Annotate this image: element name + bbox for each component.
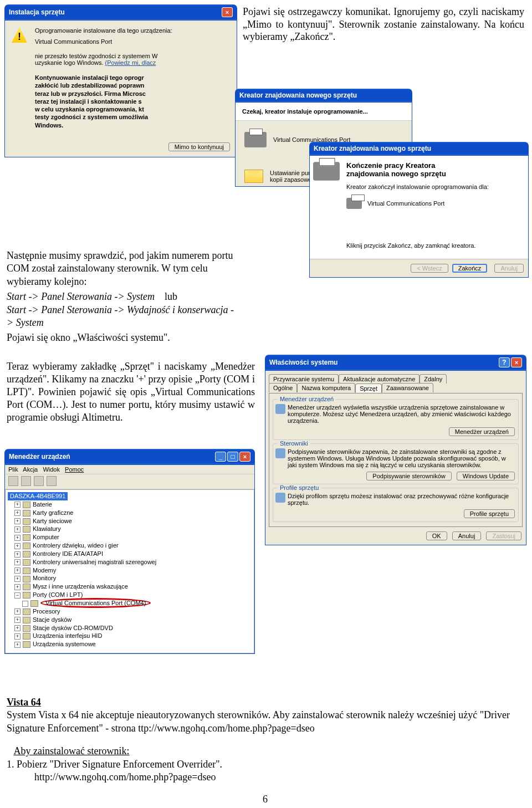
tree-item[interactable]: +Procesory <box>14 607 252 616</box>
expand-icon[interactable]: + <box>14 543 21 549</box>
expand-icon[interactable]: + <box>14 642 21 648</box>
txt: zakłócić lub zdestabilizować poprawn <box>35 81 230 89</box>
tab[interactable]: Nazwa komputera <box>297 383 355 392</box>
install-heading: Oprogramowanie instalowane dla tego urzą… <box>35 27 230 34</box>
expand-icon[interactable]: + <box>14 625 21 631</box>
maximize-icon[interactable]: □ <box>227 452 238 462</box>
device-icon <box>23 641 30 648</box>
expand-icon[interactable]: + <box>14 502 21 508</box>
expand-icon[interactable] <box>22 601 28 607</box>
device-icon <box>23 502 30 508</box>
expand-icon[interactable]: + <box>14 510 21 516</box>
txt: Podpisywanie sterowników zapewnia, że za… <box>288 448 515 468</box>
titlebar: Kreator znajdowania nowego sprzętu <box>235 89 412 102</box>
url: http://www.ngohq.com/home.php?page=dseo <box>7 771 522 784</box>
menu-item[interactable]: Akcja <box>23 466 38 473</box>
expand-icon[interactable]: + <box>14 567 21 574</box>
continue-button[interactable]: Mimo to kontynuuj <box>168 142 230 151</box>
tab[interactable]: Ogólne <box>269 383 297 392</box>
device-icon <box>23 584 30 590</box>
txt: Dzięki profilom sprzętu możesz instalowa… <box>288 493 515 506</box>
expand-icon[interactable]: + <box>14 518 21 524</box>
ok-button[interactable]: OK <box>426 531 447 540</box>
toolbar-icon[interactable] <box>21 476 31 486</box>
expand-icon[interactable]: + <box>14 617 21 623</box>
expand-icon[interactable]: + <box>14 551 21 558</box>
device-manager-button[interactable]: Menedżer urządzeń <box>449 427 515 436</box>
txt: Windows. <box>35 121 230 129</box>
tree-item[interactable]: +Monitory <box>14 574 252 582</box>
tab[interactable]: Zdalny <box>420 374 447 383</box>
cancel-button[interactable]: Anuluj <box>452 531 482 540</box>
txt: testy zgodności z systemem umożliwia <box>35 113 230 121</box>
expand-icon[interactable]: + <box>14 576 21 582</box>
menu-item[interactable]: Plik <box>8 466 18 473</box>
minimize-icon[interactable]: _ <box>215 452 226 462</box>
expand-icon[interactable]: + <box>14 535 21 541</box>
h2: znajdowania nowego sprzętu <box>346 170 523 178</box>
tab[interactable]: Zaawansowane <box>382 383 433 392</box>
tree-item[interactable]: +Karty sieciowe <box>14 517 252 525</box>
group-label: Sterowniki <box>278 440 310 447</box>
tree-item[interactable]: +Stacje dysków <box>14 616 252 624</box>
finish-button[interactable]: Zakończ <box>452 264 488 273</box>
system-properties: Właściwości systemu ? × Przywracanie sys… <box>265 355 526 545</box>
tree-item[interactable]: +Urządzenia systemowe <box>14 640 252 648</box>
tab-hardware[interactable]: Sprzęt <box>355 383 382 393</box>
titlebar: Kreator znajdowania nowego sprzętu <box>309 142 529 155</box>
hardware-profiles-button[interactable]: Profile sprzętu <box>464 509 515 518</box>
toolbar-icon[interactable] <box>8 476 18 486</box>
windows-update-button[interactable]: Windows Update <box>457 472 515 480</box>
tree-item[interactable]: −Porty (COM i LPT) <box>14 591 252 599</box>
expand-icon[interactable]: + <box>14 633 21 640</box>
driver-signing-button[interactable]: Podpisywanie sterowników <box>366 472 451 480</box>
expand-icon[interactable]: + <box>14 526 21 533</box>
tab[interactable]: Aktualizacje automatyczne <box>339 374 420 383</box>
txt: Pojawi się okno „Właściwości systemu". <box>7 331 239 344</box>
titlebar: Właściwości systemu ? × <box>265 355 526 370</box>
device-manager: Menedżer urządzeń _ □ × Plik Akcja Widok… <box>4 449 255 654</box>
expand-icon[interactable]: + <box>14 584 21 590</box>
expand-icon[interactable]: − <box>14 592 21 599</box>
help-icon[interactable]: ? <box>499 357 510 367</box>
expand-icon[interactable]: + <box>14 608 21 615</box>
tree-item[interactable]: +Klawiatury <box>14 525 252 533</box>
tree-item[interactable]: +Stacje dysków CD-ROM/DVD <box>14 624 252 632</box>
menu-item[interactable]: Pomoc <box>65 466 84 473</box>
tree-item[interactable]: Virtual Communications Port (COM4) <box>14 599 252 607</box>
page-number: 6 <box>263 794 268 805</box>
device-icon <box>23 633 30 640</box>
menu-item[interactable]: Widok <box>43 466 60 473</box>
device-icon <box>23 608 30 615</box>
close-icon[interactable]: × <box>222 7 233 17</box>
title: Kreator znajdowania nowego sprzętu <box>239 91 357 99</box>
tab[interactable]: Przywracanie systemu <box>269 374 339 383</box>
tree-item[interactable]: +Urządzenia interfejsu HID <box>14 632 252 640</box>
device-icon <box>23 567 30 574</box>
close-icon[interactable]: × <box>239 452 250 462</box>
tree-item[interactable]: +Kontrolery IDE ATA/ATAPI <box>14 550 252 558</box>
printer-icon <box>313 162 340 181</box>
subtitle: Czekaj, kreator instaluje oprogramowanie… <box>242 108 368 115</box>
link[interactable]: (Powiedz mi, dlacz <box>105 59 156 66</box>
toolbar-icon[interactable] <box>34 476 44 486</box>
tree-item[interactable]: +Komputer <box>14 533 252 541</box>
device-icon <box>23 510 30 516</box>
device-icon <box>23 518 30 525</box>
tree-item[interactable]: +Modemy <box>14 566 252 575</box>
back-button: < Wstecz <box>411 264 448 273</box>
tree-item[interactable]: +Baterie <box>14 500 252 509</box>
tree-item[interactable]: +Kontrolery uniwersalnej magistrali szer… <box>14 558 252 566</box>
device-icon <box>23 534 30 541</box>
tree-item[interactable]: +Karty graficzne <box>14 509 252 517</box>
txt: Menedżer urządzeń wyświetla wszystkie ur… <box>288 404 515 424</box>
toolbar-icon[interactable] <box>47 476 57 486</box>
device-icon <box>23 617 30 623</box>
apply-button: Zastosuj <box>486 531 521 540</box>
tree-root[interactable]: DASZKA-4B4BE991 <box>8 492 68 500</box>
printer-icon <box>346 198 362 209</box>
expand-icon[interactable]: + <box>14 559 21 565</box>
tree-item[interactable]: +Mysz i inne urządzenia wskazujące <box>14 582 252 591</box>
tree-item[interactable]: +Kontrolery dźwięku, wideo i gier <box>14 541 252 550</box>
close-icon[interactable]: × <box>511 357 522 367</box>
